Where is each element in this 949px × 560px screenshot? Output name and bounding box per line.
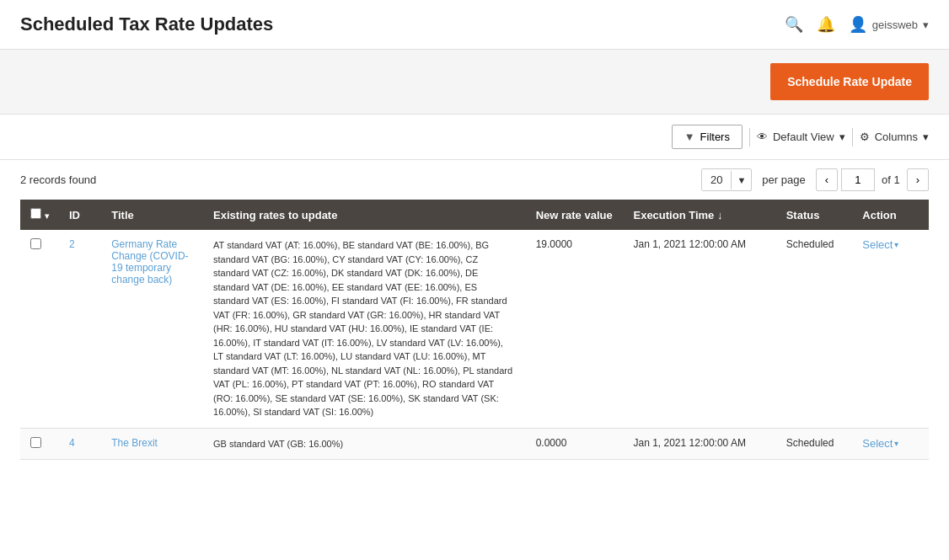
row-checkbox[interactable] <box>30 238 41 249</box>
prev-page-button[interactable]: ‹ <box>816 168 838 191</box>
select-dropdown-icon: ▾ <box>894 240 898 249</box>
user-menu[interactable]: 👤 geissweb ▾ <box>849 15 929 34</box>
row-title-link[interactable]: The Brexit <box>111 437 158 449</box>
columns-button[interactable]: ⚙ Columns ▾ <box>860 131 929 143</box>
view-dropdown-icon: ▾ <box>839 131 845 143</box>
row-title-link[interactable]: Germany Rate Change (COVID-19 temporary … <box>111 238 188 285</box>
per-page-value: 20 <box>702 169 731 190</box>
columns-dropdown-icon: ▾ <box>923 131 929 143</box>
columns-label: Columns <box>875 131 918 143</box>
table-header-row: ▾ ID Title Existing rates to update New … <box>20 200 929 230</box>
row-checkbox[interactable] <box>30 437 41 448</box>
select-button[interactable]: Select ▾ <box>862 437 898 450</box>
header-execution-time[interactable]: Execution Time ↓ <box>623 200 775 230</box>
per-page-label: per page <box>762 173 805 186</box>
records-count: 2 records found <box>20 173 96 186</box>
schedule-rate-update-button[interactable]: Schedule Rate Update <box>770 63 929 100</box>
filters-row: ▼ Filters 👁 Default View ▾ ⚙ Columns ▾ <box>0 115 949 160</box>
header-id: ID <box>59 200 101 230</box>
default-view-button[interactable]: 👁 Default View ▾ <box>757 131 845 143</box>
header-existing-rates: Existing rates to update <box>203 200 526 230</box>
separator2 <box>852 128 853 147</box>
gear-icon: ⚙ <box>860 131 870 143</box>
of-label: of 1 <box>882 173 900 186</box>
header-action: Action <box>852 200 929 230</box>
toolbar: Schedule Rate Update <box>0 50 949 115</box>
search-icon[interactable]: 🔍 <box>785 15 803 34</box>
select-button[interactable]: Select ▾ <box>862 238 898 251</box>
filters-button[interactable]: ▼ Filters <box>672 125 743 149</box>
row-id: 4 <box>59 428 101 460</box>
header: Scheduled Tax Rate Updates 🔍 🔔 👤 geisswe… <box>0 0 949 50</box>
next-page-button[interactable]: › <box>907 168 929 191</box>
row-id: 2 <box>59 230 101 428</box>
row-rates: GB standard VAT (GB: 16.00%) <box>203 428 526 460</box>
username-label: geissweb <box>872 19 918 31</box>
row-new-rate: 0.0000 <box>526 428 624 460</box>
bell-icon[interactable]: 🔔 <box>817 15 835 34</box>
table-container: ▾ ID Title Existing rates to update New … <box>0 200 949 460</box>
select-dropdown-icon: ▾ <box>894 439 898 448</box>
header-checkbox-dropdown[interactable]: ▾ <box>45 211 49 221</box>
view-label: Default View <box>773 131 834 143</box>
row-title: Germany Rate Change (COVID-19 temporary … <box>101 230 203 428</box>
filter-icon: ▼ <box>684 131 695 143</box>
filters-label: Filters <box>700 131 730 143</box>
row-rates: AT standard VAT (AT: 16.00%), BE standar… <box>203 230 526 428</box>
page-title: Scheduled Tax Rate Updates <box>20 13 273 35</box>
separator <box>749 128 750 147</box>
row-title: The Brexit <box>101 428 203 460</box>
table-row: 2 Germany Rate Change (COVID-19 temporar… <box>20 230 929 428</box>
header-new-rate: New rate value <box>526 200 624 230</box>
row-exec-time: Jan 1, 2021 12:00:00 AM <box>623 230 775 428</box>
pagination: 20 ▼ per page ‹ of 1 › <box>701 168 929 191</box>
row-new-rate: 19.0000 <box>526 230 624 428</box>
row-checkbox-cell <box>20 230 59 428</box>
eye-icon: 👁 <box>757 131 768 143</box>
row-action: Select ▾ <box>852 428 929 460</box>
row-exec-time: Jan 1, 2021 12:00:00 AM <box>623 428 775 460</box>
header-title: Title <box>101 200 203 230</box>
user-dropdown-icon: ▾ <box>923 19 929 31</box>
records-row: 2 records found 20 ▼ per page ‹ of 1 › <box>0 160 949 200</box>
user-icon: 👤 <box>849 15 867 34</box>
per-page-dropdown-icon[interactable]: ▼ <box>731 171 751 189</box>
header-icons: 🔍 🔔 👤 geissweb ▾ <box>785 15 929 34</box>
current-page-input[interactable] <box>841 168 875 191</box>
sort-desc-icon: ↓ <box>717 209 723 221</box>
row-status: Scheduled <box>776 230 853 428</box>
row-status: Scheduled <box>776 428 853 460</box>
row-action: Select ▾ <box>852 230 929 428</box>
header-status: Status <box>776 200 853 230</box>
row-checkbox-cell <box>20 428 59 460</box>
scheduled-updates-table: ▾ ID Title Existing rates to update New … <box>20 200 929 460</box>
table-row: 4 The Brexit GB standard VAT (GB: 16.00%… <box>20 428 929 460</box>
header-checkbox-col: ▾ <box>20 200 59 230</box>
per-page-select-wrap[interactable]: 20 ▼ <box>701 168 752 191</box>
select-all-checkbox[interactable] <box>30 208 41 219</box>
